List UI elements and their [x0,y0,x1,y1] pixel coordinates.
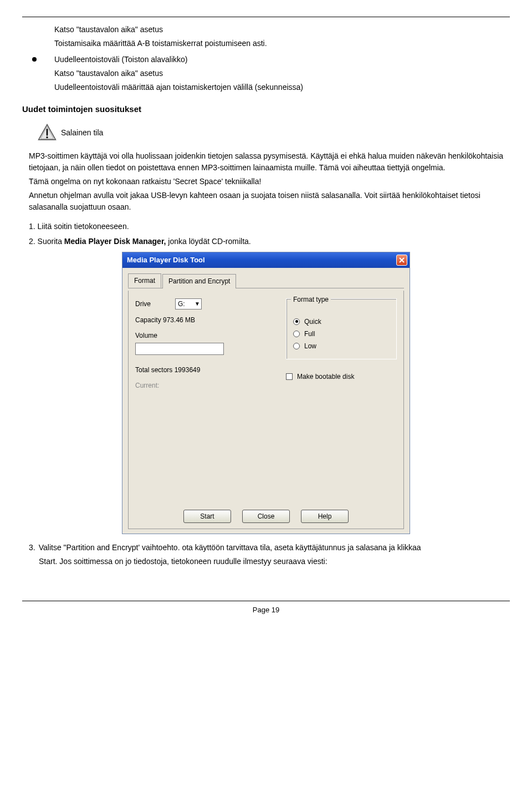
step-3-number: 3. [29,542,35,554]
text-line: Katso "taustavalon aika" asetus [54,24,510,35]
page-footer: Page 19 [22,601,510,616]
step-1: 1. Liitä soitin tietokoneeseen. [29,221,510,232]
close-button[interactable] [396,255,407,266]
text-line: Katso "taustavalon aika" asetus [54,68,510,79]
current-label: Current: [135,380,159,390]
step-2-suffix: jonka löydät CD-romilta. [166,237,250,246]
tab-panel-format: Drive G: ▼ Capacity 973.46 MB Volume [128,291,404,529]
drive-select[interactable]: G: ▼ [175,298,202,309]
tab-partition-encrypt[interactable]: Partition and Encrypt [162,274,236,288]
checkbox-label-bootable: Make bootable disk [297,372,354,382]
step-2: 2. Suorita Media Player Disk Manager, jo… [29,236,510,247]
drive-label: Drive [135,299,175,309]
paragraph: Annetun ohjelman avulla voit jakaa USB-l… [29,190,510,213]
start-button[interactable]: Start [183,510,231,523]
total-sectors-text: Total sectors 1993649 [135,365,200,375]
close-icon [399,257,405,263]
radio-icon [293,343,300,349]
step-3: 3. Valitse "Partition and Encrypt' vaiht… [29,542,510,554]
step-2-product-name: Media Player Disk Manager, [64,237,166,246]
caution-label: Salainen tila [61,127,103,139]
step-2-prefix: 2. Suorita [29,237,64,246]
radio-row-quick[interactable]: Quick [293,317,390,327]
step-3-line-2: Start. Jos soittimessa on jo tiedostoja,… [39,556,510,567]
section-heading: Uudet toimintojen suositukset [22,103,510,116]
format-type-legend: Format type [291,295,331,304]
volume-label: Volume [135,331,175,341]
disk-tool-dialog: Media Player Disk Tool Format Partition … [122,252,410,534]
close-button-dialog[interactable]: Close [242,510,290,523]
paragraph: MP3-soittimen käyttäjä voi olla huolissa… [29,150,510,174]
step-3-line-1: Valitse "Partition and Encrypt' vaihtoeh… [39,542,510,554]
tab-strip: Format Partition and Encrypt [128,273,404,288]
capacity-text: Capacity 973.46 MB [135,315,195,325]
radio-label-low: Low [304,341,316,351]
chevron-down-icon: ▼ [195,300,200,308]
bullet-title: Uudelleentoistoväli (Toiston alavalikko) [54,54,187,65]
volume-input[interactable] [135,343,224,355]
titlebar-text: Media Player Disk Tool [127,255,205,266]
text-line: Toistamisaika määrittää A-B toistamisker… [54,38,510,49]
radio-row-low[interactable]: Low [293,341,390,351]
text-line: Uudelleentoistoväli määrittää ajan toist… [54,82,510,93]
radio-icon-selected [293,318,300,325]
radio-label-full: Full [304,329,315,339]
radio-label-quick: Quick [304,317,321,327]
paragraph: Tämä ongelma on nyt kokonaan ratkaistu '… [29,176,510,187]
bullet-dot-icon [32,57,37,62]
caution-row: Salainen tila [38,124,510,143]
bullet-item: Uudelleentoistoväli (Toiston alavalikko) [32,54,510,65]
help-button[interactable]: Help [301,510,349,523]
caution-triangle-icon [38,124,57,143]
format-type-fieldset: Format type Quick Full Low [286,298,397,359]
checkbox-icon [286,373,293,380]
page-top-divider [22,17,510,17]
svg-point-3 [46,136,48,138]
radio-icon [293,331,300,337]
drive-value: G: [178,299,185,309]
radio-row-full[interactable]: Full [293,329,390,339]
titlebar: Media Player Disk Tool [122,252,410,268]
checkbox-bootable-row[interactable]: Make bootable disk [286,372,397,382]
tab-format[interactable]: Format [128,273,161,288]
